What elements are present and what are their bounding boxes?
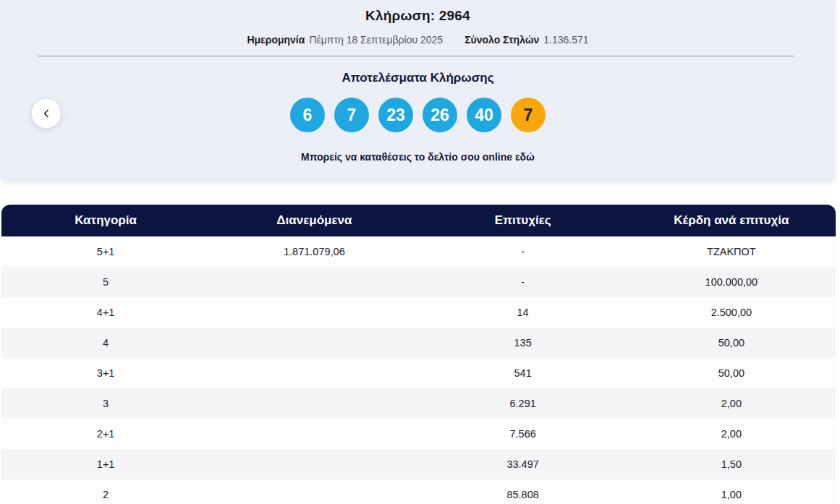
- winners-cell: 135: [419, 337, 627, 349]
- payout-table: Κατηγορία Διανεμόμενα Επιτυχίες Κέρδη αν…: [1, 205, 836, 504]
- category-cell: 3+1: [1, 367, 210, 379]
- category-cell: 5+1: [1, 246, 210, 257]
- number-ball: 6: [290, 98, 325, 132]
- table-header-row: Κατηγορία Διανεμόμενα Επιτυχίες Κέρδη αν…: [1, 205, 836, 236]
- number-ball: 26: [423, 98, 457, 132]
- page: Κλήρωση: 2964 Ημερομηνία Πέμπτη 18 Σεπτε…: [0, 0, 836, 504]
- joker-number-ball: 7: [511, 98, 546, 132]
- draw-title: Κλήρωση: 2964: [0, 8, 836, 24]
- draw-meta: Ημερομηνία Πέμπτη 18 Σεπτεμβρίου 2025 Σύ…: [0, 34, 836, 46]
- winners-cell: 33.497: [419, 458, 627, 470]
- category-cell: 5: [1, 276, 210, 288]
- prize-cell: 2.500,00: [627, 307, 836, 318]
- divider: [38, 56, 794, 56]
- deposit-text: Μπορείς να καταθέσεις το δελτίο σου onli…: [0, 151, 836, 163]
- header-distributed: Διανεμόμενα: [210, 213, 418, 228]
- winners-cell: 7.566: [419, 428, 627, 440]
- category-cell: 3: [1, 398, 210, 409]
- number-ball: 40: [467, 98, 501, 132]
- prize-cell: 2,00: [627, 428, 836, 440]
- winners-cell: 6.291: [419, 398, 627, 409]
- draw-date-label: Ημερομηνία: [247, 34, 305, 46]
- prize-cell: 50,00: [627, 337, 836, 349]
- number-ball: 23: [378, 98, 413, 132]
- category-cell: 2: [1, 489, 210, 500]
- winners-cell: 85.808: [419, 489, 627, 500]
- category-cell: 1+1: [1, 458, 210, 470]
- previous-draw-button[interactable]: [32, 99, 61, 128]
- total-columns-value: 1.136.571: [543, 34, 588, 46]
- table-row: 1+1 33.497 1,50: [1, 449, 836, 479]
- table-row: 2+1 7.566 2,00: [1, 419, 836, 449]
- table-row: 5+1 1.871.079,06 - ΤΖΑΚΠΟΤ: [1, 236, 836, 267]
- table-row: 4 135 50,00: [1, 328, 836, 358]
- winners-cell: 14: [419, 307, 627, 318]
- table-body: 5+1 1.871.079,06 - ΤΖΑΚΠΟΤ 5 - 100.000,0…: [1, 236, 836, 504]
- prize-cell: 1,50: [627, 458, 836, 470]
- table-row: 4+1 14 2.500,00: [1, 297, 836, 328]
- prize-cell: 1,00: [627, 489, 836, 500]
- deposit-link[interactable]: εδώ: [515, 151, 535, 163]
- deposit-text-main: Μπορείς να καταθέσεις το δελτίο σου onli…: [301, 151, 512, 163]
- number-ball: 7: [334, 98, 369, 132]
- category-cell: 2+1: [1, 428, 210, 440]
- header-winners: Επιτυχίες: [419, 213, 627, 228]
- winners-cell: -: [419, 276, 627, 288]
- table-row: 3 6.291 2,00: [1, 388, 836, 419]
- category-cell: 4+1: [1, 307, 210, 318]
- draw-date-value: Πέμπτη 18 Σεπτεμβρίου 2025: [309, 34, 443, 46]
- results-heading: Αποτελέσματα Κλήρωσης: [0, 71, 836, 85]
- winning-numbers: 672326407: [0, 98, 836, 132]
- prize-cell: 100.000,00: [627, 276, 836, 288]
- distributed-cell: 1.871.079,06: [210, 246, 418, 257]
- category-cell: 4: [1, 337, 210, 349]
- total-columns: Σύνολο Στηλών 1.136.571: [464, 34, 588, 46]
- winners-cell: 541: [419, 367, 627, 379]
- prize-cell: ΤΖΑΚΠΟΤ: [627, 246, 836, 257]
- winners-cell: -: [419, 246, 627, 257]
- draw-date: Ημερομηνία Πέμπτη 18 Σεπτεμβρίου 2025: [247, 34, 443, 46]
- prize-cell: 2,00: [627, 398, 836, 409]
- draw-results-card: Κλήρωση: 2964 Ημερομηνία Πέμπτη 18 Σεπτε…: [0, 0, 836, 182]
- table-row: 5 - 100.000,00: [1, 267, 836, 297]
- table-row: 2 85.808 1,00: [1, 479, 836, 504]
- table-row: 3+1 541 50,00: [1, 358, 836, 388]
- chevron-left-icon: [41, 108, 51, 119]
- total-columns-label: Σύνολο Στηλών: [464, 34, 539, 46]
- prize-cell: 50,00: [627, 367, 836, 379]
- header-category: Κατηγορία: [1, 213, 210, 228]
- header-prize-per-win: Κέρδη ανά επιτυχία: [627, 213, 836, 228]
